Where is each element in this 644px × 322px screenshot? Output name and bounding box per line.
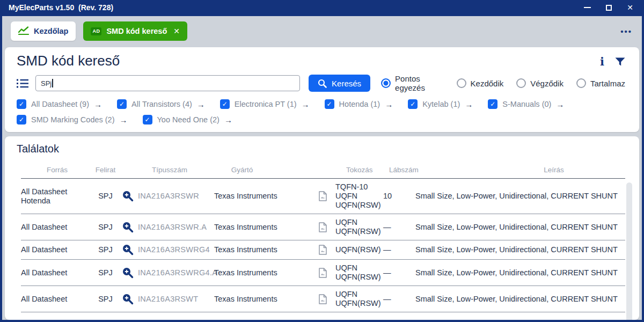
source-all-transistors[interactable]: ✓ All Transistors (4) →: [117, 99, 205, 109]
source-s-manuals[interactable]: ✓ S-Manuals (0) →: [488, 99, 564, 109]
list-icon[interactable]: [17, 78, 29, 89]
search-button[interactable]: Keresés: [309, 75, 370, 92]
zoom-in-icon[interactable]: [118, 244, 138, 255]
datasheet-icon[interactable]: [299, 222, 320, 232]
cell-pin-count: —: [369, 295, 407, 304]
source-filter-list: ✓ All Datasheet (9) → ✓ All Transistors …: [12, 99, 625, 125]
title-bar: MyElecParts v1.50 (Rev. 728) ✕: [2, 0, 642, 16]
checkbox-icon: ✓: [117, 99, 127, 109]
zoom-in-icon[interactable]: [118, 294, 138, 305]
arrow-right-icon[interactable]: →: [385, 100, 393, 109]
cell-pin-count: —: [369, 223, 407, 232]
cell-source: All Datasheet: [21, 268, 93, 277]
table-row[interactable]: All Datasheet Hotenda SPJ INA216A3RSWR T…: [21, 179, 625, 214]
column-header-source: Forrás: [21, 166, 93, 174]
arrow-right-icon[interactable]: →: [120, 115, 128, 125]
maximize-icon[interactable]: [604, 3, 613, 12]
page-title: SMD kód kereső: [17, 53, 120, 69]
arrow-right-icon[interactable]: →: [94, 100, 102, 109]
checkbox-icon: ✓: [143, 115, 152, 125]
results-table: Forrás Felirat Típusszám Gyártó Tokozás …: [21, 166, 625, 312]
cell-package: TQFN-10 UQFN UQFN(RSW): [320, 182, 369, 210]
cell-package: UQFN(RSW): [320, 245, 369, 254]
source-hotenda[interactable]: ✓ Hotenda (1) →: [325, 99, 393, 109]
radio-icon: [457, 78, 466, 88]
cell-source: All Datasheet Hotenda: [21, 187, 93, 206]
radio-contains[interactable]: Tartalmaz: [576, 78, 625, 88]
cell-manufacturer: Texas Instruments: [214, 192, 299, 201]
radio-starts-with[interactable]: Kezdődik: [457, 78, 504, 88]
checkbox-icon: ✓: [220, 99, 230, 109]
cell-part-number: INA216A3RSWRG4: [138, 245, 214, 254]
arrow-right-icon[interactable]: →: [556, 100, 564, 109]
datasheet-icon[interactable]: [299, 268, 320, 278]
radio-ends-with[interactable]: Végződik: [516, 78, 564, 88]
cell-manufacturer: Texas Instruments: [214, 245, 299, 254]
source-yoo-need-one[interactable]: ✓ Yoo Need One (2) →: [143, 115, 232, 125]
source-kytelab[interactable]: ✓ Kytelab (1) →: [408, 99, 473, 109]
cell-manufacturer: Texas Instruments: [214, 295, 299, 304]
arrow-right-icon[interactable]: →: [197, 100, 205, 109]
tab-smd-label: SMD kód kereső: [106, 27, 167, 35]
source-electronica-pt[interactable]: ✓ Electronica PT (1) →: [220, 99, 310, 109]
datasheet-icon[interactable]: [299, 191, 320, 201]
column-header-marking: Felirat: [93, 166, 118, 174]
cell-pin-count: —: [369, 245, 407, 254]
results-panel: Találatok Forrás Felirat Típusszám Gyárt…: [5, 136, 639, 320]
table-row[interactable]: All Datasheet SPJ INA216A3RSWR.A Texas I…: [21, 214, 625, 240]
scrollbar-thumb[interactable]: [626, 182, 632, 320]
cell-description: Small Size, Low-Power, Unidirectional, C…: [407, 268, 625, 277]
chart-line-icon: [18, 26, 29, 36]
filter-icon[interactable]: [615, 57, 625, 66]
source-smd-marking-codes[interactable]: ✓ SMD Marking Codes (2) →: [17, 115, 128, 125]
checkbox-icon: ✓: [488, 99, 497, 109]
zoom-in-icon[interactable]: [118, 222, 138, 233]
table-row[interactable]: All Datasheet SPJ INA216A3RSWRG4 Texas I…: [21, 240, 625, 260]
column-header-part-number: Típusszám: [138, 166, 214, 174]
cell-marking: SPJ: [93, 295, 118, 304]
search-input[interactable]: SPj: [35, 75, 300, 91]
cell-package: UQFN UQFN(RSW): [320, 264, 369, 282]
cell-manufacturer: Texas Instruments: [214, 268, 299, 277]
match-mode-group: Pontos egyezés Kezdődik Végződik Tartalm…: [381, 74, 625, 92]
tab-smd-search[interactable]: AD SMD kód kereső ✕: [83, 21, 187, 41]
results-title: Találatok: [12, 143, 625, 155]
cell-marking: SPJ: [93, 192, 118, 201]
table-row[interactable]: All Datasheet SPJ INA216A3RSWT Texas Ins…: [21, 286, 625, 312]
window-title: MyElecParts v1.50 (Rev. 728): [9, 3, 113, 12]
cell-pin-count: 10: [369, 192, 407, 201]
cell-source: All Datasheet: [21, 245, 93, 254]
checkbox-icon: ✓: [408, 99, 418, 109]
info-icon[interactable]: i: [600, 56, 604, 67]
cell-part-number: INA216A3RSWT: [138, 295, 214, 304]
table-header-row: Forrás Felirat Típusszám Gyártó Tokozás …: [21, 166, 625, 179]
radio-exact-match[interactable]: Pontos egyezés: [381, 74, 443, 92]
cell-package: UQFN UQFN(RSW): [320, 290, 369, 308]
cell-marking: SPJ: [93, 223, 118, 232]
cell-description: Small Size, Low-Power, Unidirectional, C…: [407, 192, 625, 201]
tab-close-icon[interactable]: ✕: [173, 27, 180, 35]
tab-home-label: Kezdőlap: [34, 27, 68, 35]
cell-marking: SPJ: [93, 268, 118, 277]
overflow-menu-icon[interactable]: •••: [620, 27, 632, 36]
radio-icon: [381, 78, 391, 88]
minimize-icon[interactable]: [583, 3, 591, 12]
column-header-manufacturer: Gyártó: [214, 166, 299, 174]
table-row[interactable]: All Datasheet SPJ INA216A3RSWRG4.A Texas…: [21, 260, 625, 286]
cell-package: UQFN UQFN(RSW): [320, 218, 369, 236]
source-all-datasheet[interactable]: ✓ All Datasheet (9) →: [17, 99, 102, 109]
tab-home[interactable]: Kezdőlap: [11, 21, 76, 41]
cell-manufacturer: Texas Instruments: [214, 223, 299, 232]
arrow-right-icon[interactable]: →: [302, 100, 310, 109]
cell-part-number: INA216A3RSWR.A: [138, 223, 214, 232]
datasheet-icon[interactable]: [299, 294, 320, 304]
arrow-right-icon[interactable]: →: [465, 100, 473, 109]
zoom-in-icon[interactable]: [118, 191, 138, 202]
cell-part-number: INA216A3RSWR: [138, 192, 214, 201]
ad-badge-icon: AD: [91, 27, 101, 35]
close-icon[interactable]: ✕: [626, 3, 634, 12]
tab-bar: Kezdőlap AD SMD kód kereső ✕ •••: [2, 16, 642, 46]
zoom-in-icon[interactable]: [118, 267, 138, 279]
arrow-right-icon[interactable]: →: [224, 115, 232, 125]
datasheet-icon[interactable]: [299, 245, 320, 255]
